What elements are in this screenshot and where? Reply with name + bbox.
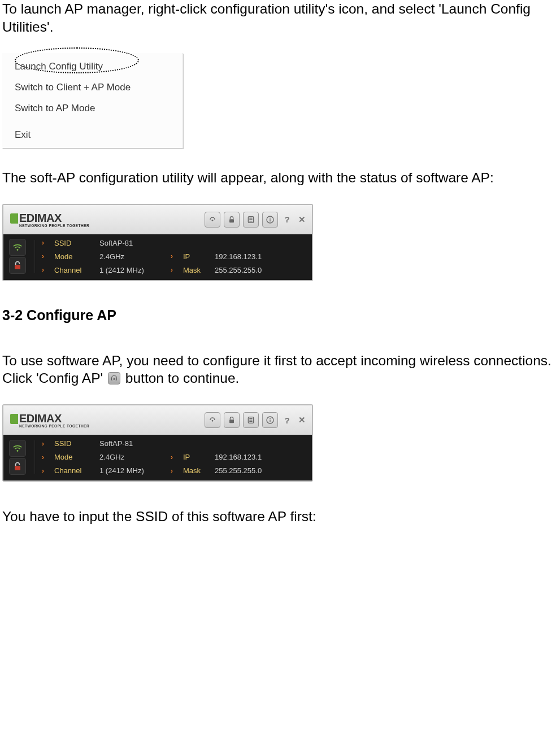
channel-label: Channel bbox=[54, 466, 96, 475]
softap-status-panel: EDIMAX NETWORKING PEOPLE TOGETHER ? bbox=[2, 204, 313, 281]
logo-text: EDIMAX bbox=[19, 412, 89, 425]
config-ap-button-icon bbox=[108, 372, 120, 384]
configure-text-a: To use software AP, you need to configur… bbox=[2, 353, 551, 386]
info-icon[interactable] bbox=[262, 212, 278, 228]
ssid-value: SoftAP-81 bbox=[99, 439, 167, 448]
configure-text-b: button to continue. bbox=[121, 370, 239, 386]
brand-logo: EDIMAX NETWORKING PEOPLE TOGETHER bbox=[10, 212, 89, 228]
ip-value: 192.168.123.1 bbox=[215, 252, 283, 261]
help-icon[interactable]: ? bbox=[281, 212, 293, 228]
mode-value: 2.4GHz bbox=[99, 453, 167, 461]
mask-value: 255.255.255.0 bbox=[215, 466, 283, 475]
config-ap-icon[interactable] bbox=[205, 412, 220, 428]
config-ap-icon[interactable] bbox=[205, 212, 220, 228]
menu-item-exit[interactable]: Exit bbox=[2, 125, 183, 148]
arrow-icon: › bbox=[171, 266, 180, 273]
svg-point-7 bbox=[270, 217, 271, 219]
close-icon[interactable]: ✕ bbox=[296, 212, 307, 228]
svg-rect-10 bbox=[15, 265, 20, 269]
security-status-icon bbox=[9, 458, 26, 475]
arrow-icon: › bbox=[42, 467, 51, 474]
svg-rect-8 bbox=[270, 219, 270, 221]
menu-item-client-ap[interactable]: Switch to Client + AP Mode bbox=[2, 77, 183, 98]
arrow-icon: › bbox=[42, 454, 51, 461]
ssid-input-paragraph: You have to input the SSID of this softw… bbox=[2, 508, 554, 526]
svg-point-18 bbox=[270, 418, 271, 419]
ssid-label: SSID bbox=[54, 239, 96, 247]
svg-rect-21 bbox=[15, 466, 20, 470]
logo-mark bbox=[10, 213, 18, 224]
logo-tagline: NETWORKING PEOPLE TOGETHER bbox=[19, 224, 89, 228]
panel-header: EDIMAX NETWORKING PEOPLE TOGETHER ? bbox=[3, 405, 312, 435]
client-list-icon[interactable] bbox=[243, 212, 259, 228]
configure-instruction-paragraph: To use software AP, you need to configur… bbox=[2, 352, 554, 388]
svg-rect-12 bbox=[229, 420, 234, 423]
logo-text: EDIMAX bbox=[19, 212, 89, 225]
ssid-label: SSID bbox=[54, 439, 96, 448]
arrow-icon: › bbox=[171, 467, 180, 474]
help-icon[interactable]: ? bbox=[281, 412, 293, 428]
softap-config-panel: EDIMAX NETWORKING PEOPLE TOGETHER ? bbox=[2, 404, 313, 482]
svg-rect-19 bbox=[270, 420, 270, 422]
channel-value: 1 (2412 MHz) bbox=[99, 466, 167, 475]
channel-label: Channel bbox=[54, 266, 96, 274]
intro-paragraph: To launch AP manager, right-click config… bbox=[2, 0, 554, 36]
ssid-value: SoftAP-81 bbox=[99, 239, 167, 247]
mask-label: Mask bbox=[183, 466, 211, 475]
mask-label: Mask bbox=[183, 266, 211, 274]
section-heading: 3-2 Configure AP bbox=[2, 307, 554, 324]
arrow-icon: › bbox=[171, 253, 180, 260]
ip-label: IP bbox=[183, 453, 211, 461]
logo-tagline: NETWORKING PEOPLE TOGETHER bbox=[19, 424, 89, 428]
wifi-status-icon bbox=[9, 440, 26, 457]
svg-point-9 bbox=[17, 249, 19, 251]
wifi-status-icon bbox=[9, 239, 26, 256]
ap-mode-icon[interactable] bbox=[224, 212, 240, 228]
svg-rect-1 bbox=[229, 219, 234, 222]
arrow-icon: › bbox=[42, 266, 51, 273]
client-list-icon[interactable] bbox=[243, 412, 259, 428]
ip-value: 192.168.123.1 bbox=[215, 453, 283, 461]
ap-mode-icon[interactable] bbox=[224, 412, 240, 428]
brand-logo: EDIMAX NETWORKING PEOPLE TOGETHER bbox=[10, 412, 89, 428]
svg-point-20 bbox=[17, 450, 19, 452]
svg-point-11 bbox=[212, 420, 214, 422]
arrow-icon: › bbox=[42, 440, 51, 447]
mode-label: Mode bbox=[54, 252, 96, 261]
panel-toolbar: ? ✕ bbox=[205, 212, 307, 228]
menu-item-ap-mode[interactable]: Switch to AP Mode bbox=[2, 98, 183, 119]
softap-status-paragraph: The soft-AP configuration utility will a… bbox=[2, 169, 554, 187]
security-status-icon bbox=[9, 257, 26, 274]
mode-value: 2.4GHz bbox=[99, 252, 167, 261]
close-icon[interactable]: ✕ bbox=[296, 412, 307, 428]
panel-header: EDIMAX NETWORKING PEOPLE TOGETHER ? bbox=[3, 205, 312, 234]
ip-label: IP bbox=[183, 252, 211, 261]
menu-item-launch[interactable]: Launch Config Utility bbox=[2, 53, 183, 77]
mask-value: 255.255.255.0 bbox=[215, 266, 283, 274]
logo-mark bbox=[10, 414, 18, 424]
arrow-icon: › bbox=[42, 253, 51, 260]
mode-label: Mode bbox=[54, 453, 96, 461]
channel-value: 1 (2412 MHz) bbox=[99, 266, 167, 274]
arrow-icon: › bbox=[42, 239, 51, 246]
panel-toolbar: ? ✕ bbox=[205, 412, 307, 428]
svg-point-0 bbox=[212, 220, 214, 221]
info-icon[interactable] bbox=[262, 412, 278, 428]
context-menu: Launch Config Utility Switch to Client +… bbox=[2, 53, 183, 148]
arrow-icon: › bbox=[171, 454, 180, 461]
